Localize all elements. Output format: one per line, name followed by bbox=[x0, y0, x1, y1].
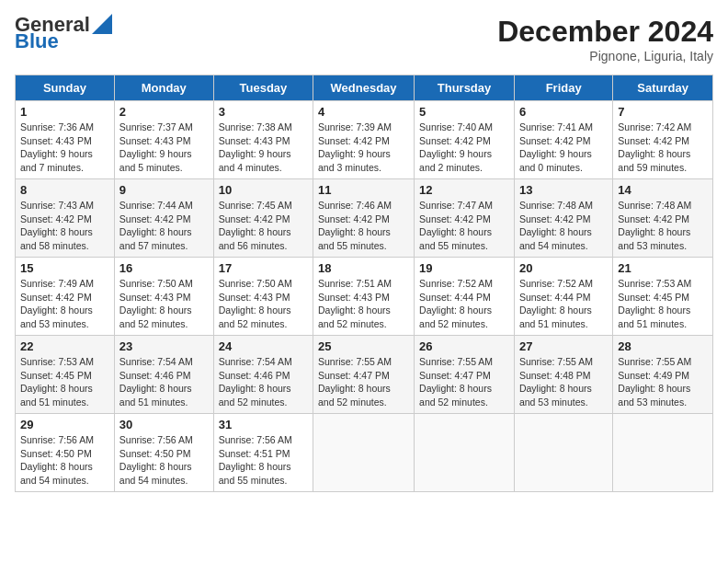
page-header: General Blue December 2024 Pignone, Ligu… bbox=[15, 15, 713, 63]
header-friday: Friday bbox=[514, 75, 612, 101]
calendar-cell: 10 Sunrise: 7:45 AM Sunset: 4:42 PM Dayl… bbox=[213, 179, 313, 258]
calendar-cell: 15 Sunrise: 7:49 AM Sunset: 4:42 PM Dayl… bbox=[16, 258, 115, 336]
day-number: 1 bbox=[20, 105, 109, 119]
calendar-cell: 7 Sunrise: 7:42 AM Sunset: 4:42 PM Dayli… bbox=[613, 101, 713, 179]
calendar-table: SundayMondayTuesdayWednesdayThursdayFrid… bbox=[15, 75, 713, 492]
header-thursday: Thursday bbox=[415, 75, 515, 101]
day-info: Sunrise: 7:36 AM Sunset: 4:43 PM Dayligh… bbox=[20, 121, 109, 175]
calendar-cell bbox=[415, 414, 515, 492]
day-number: 15 bbox=[20, 261, 109, 275]
day-number: 25 bbox=[318, 339, 409, 353]
location: Pignone, Liguria, Italy bbox=[497, 49, 713, 63]
day-info: Sunrise: 7:48 AM Sunset: 4:42 PM Dayligh… bbox=[519, 199, 608, 253]
day-info: Sunrise: 7:42 AM Sunset: 4:42 PM Dayligh… bbox=[618, 121, 708, 175]
day-number: 9 bbox=[119, 183, 209, 197]
day-info: Sunrise: 7:37 AM Sunset: 4:43 PM Dayligh… bbox=[119, 121, 209, 175]
calendar-cell: 12 Sunrise: 7:47 AM Sunset: 4:42 PM Dayl… bbox=[415, 179, 515, 258]
day-number: 30 bbox=[119, 418, 209, 431]
day-number: 13 bbox=[519, 183, 608, 197]
day-info: Sunrise: 7:48 AM Sunset: 4:42 PM Dayligh… bbox=[618, 199, 708, 253]
day-info: Sunrise: 7:52 AM Sunset: 4:44 PM Dayligh… bbox=[519, 277, 608, 331]
day-number: 10 bbox=[219, 183, 308, 197]
day-number: 7 bbox=[618, 105, 708, 119]
day-number: 14 bbox=[618, 183, 708, 197]
day-number: 2 bbox=[119, 105, 209, 119]
day-number: 24 bbox=[219, 339, 308, 353]
day-number: 22 bbox=[20, 339, 109, 353]
day-info: Sunrise: 7:56 AM Sunset: 4:50 PM Dayligh… bbox=[20, 433, 109, 488]
calendar-cell bbox=[613, 414, 713, 492]
calendar-body: 1 Sunrise: 7:36 AM Sunset: 4:43 PM Dayli… bbox=[16, 101, 713, 492]
day-number: 16 bbox=[119, 261, 209, 275]
calendar-cell: 17 Sunrise: 7:50 AM Sunset: 4:43 PM Dayl… bbox=[213, 258, 313, 336]
header-saturday: Saturday bbox=[613, 75, 713, 101]
day-number: 29 bbox=[20, 418, 109, 431]
calendar-week-2: 8 Sunrise: 7:43 AM Sunset: 4:42 PM Dayli… bbox=[16, 179, 713, 258]
logo: General Blue bbox=[15, 15, 112, 52]
day-number: 17 bbox=[219, 261, 308, 275]
day-number: 12 bbox=[419, 183, 509, 197]
day-info: Sunrise: 7:47 AM Sunset: 4:42 PM Dayligh… bbox=[419, 199, 509, 253]
day-number: 26 bbox=[419, 339, 509, 353]
calendar-cell: 22 Sunrise: 7:53 AM Sunset: 4:45 PM Dayl… bbox=[16, 336, 115, 414]
calendar-cell: 26 Sunrise: 7:55 AM Sunset: 4:47 PM Dayl… bbox=[415, 336, 515, 414]
calendar-cell: 28 Sunrise: 7:55 AM Sunset: 4:49 PM Dayl… bbox=[613, 336, 713, 414]
day-info: Sunrise: 7:55 AM Sunset: 4:47 PM Dayligh… bbox=[419, 355, 509, 409]
day-info: Sunrise: 7:50 AM Sunset: 4:43 PM Dayligh… bbox=[119, 277, 209, 331]
logo-blue-text: Blue bbox=[15, 31, 59, 52]
day-info: Sunrise: 7:41 AM Sunset: 4:42 PM Dayligh… bbox=[519, 121, 608, 175]
calendar-cell: 1 Sunrise: 7:36 AM Sunset: 4:43 PM Dayli… bbox=[16, 101, 115, 179]
calendar-cell: 21 Sunrise: 7:53 AM Sunset: 4:45 PM Dayl… bbox=[613, 258, 713, 336]
calendar-cell: 19 Sunrise: 7:52 AM Sunset: 4:44 PM Dayl… bbox=[415, 258, 515, 336]
day-info: Sunrise: 7:40 AM Sunset: 4:42 PM Dayligh… bbox=[419, 121, 509, 175]
logo-icon bbox=[92, 14, 112, 34]
title-area: December 2024 Pignone, Liguria, Italy bbox=[497, 15, 713, 63]
day-number: 5 bbox=[419, 105, 509, 119]
svg-marker-0 bbox=[92, 14, 112, 34]
calendar-cell: 14 Sunrise: 7:48 AM Sunset: 4:42 PM Dayl… bbox=[613, 179, 713, 258]
day-info: Sunrise: 7:45 AM Sunset: 4:42 PM Dayligh… bbox=[219, 199, 308, 253]
header-wednesday: Wednesday bbox=[313, 75, 415, 101]
calendar-cell: 30 Sunrise: 7:56 AM Sunset: 4:50 PM Dayl… bbox=[114, 414, 213, 492]
calendar-cell bbox=[514, 414, 612, 492]
day-number: 18 bbox=[318, 261, 409, 275]
calendar-cell: 4 Sunrise: 7:39 AM Sunset: 4:42 PM Dayli… bbox=[313, 101, 415, 179]
header-tuesday: Tuesday bbox=[213, 75, 313, 101]
day-info: Sunrise: 7:39 AM Sunset: 4:42 PM Dayligh… bbox=[318, 121, 409, 175]
day-info: Sunrise: 7:51 AM Sunset: 4:43 PM Dayligh… bbox=[318, 277, 409, 331]
header-sunday: Sunday bbox=[16, 75, 115, 101]
day-number: 23 bbox=[119, 339, 209, 353]
day-info: Sunrise: 7:44 AM Sunset: 4:42 PM Dayligh… bbox=[119, 199, 209, 253]
day-info: Sunrise: 7:55 AM Sunset: 4:48 PM Dayligh… bbox=[519, 355, 608, 409]
calendar-week-4: 22 Sunrise: 7:53 AM Sunset: 4:45 PM Dayl… bbox=[16, 336, 713, 414]
day-number: 8 bbox=[20, 183, 109, 197]
day-info: Sunrise: 7:43 AM Sunset: 4:42 PM Dayligh… bbox=[20, 199, 109, 253]
calendar-cell: 11 Sunrise: 7:46 AM Sunset: 4:42 PM Dayl… bbox=[313, 179, 415, 258]
day-info: Sunrise: 7:50 AM Sunset: 4:43 PM Dayligh… bbox=[219, 277, 308, 331]
calendar-cell: 3 Sunrise: 7:38 AM Sunset: 4:43 PM Dayli… bbox=[213, 101, 313, 179]
calendar-cell: 16 Sunrise: 7:50 AM Sunset: 4:43 PM Dayl… bbox=[114, 258, 213, 336]
calendar-week-1: 1 Sunrise: 7:36 AM Sunset: 4:43 PM Dayli… bbox=[16, 101, 713, 179]
calendar-cell: 18 Sunrise: 7:51 AM Sunset: 4:43 PM Dayl… bbox=[313, 258, 415, 336]
calendar-week-5: 29 Sunrise: 7:56 AM Sunset: 4:50 PM Dayl… bbox=[16, 414, 713, 492]
calendar-cell: 29 Sunrise: 7:56 AM Sunset: 4:50 PM Dayl… bbox=[16, 414, 115, 492]
day-number: 21 bbox=[618, 261, 708, 275]
day-info: Sunrise: 7:52 AM Sunset: 4:44 PM Dayligh… bbox=[419, 277, 509, 331]
calendar-cell: 5 Sunrise: 7:40 AM Sunset: 4:42 PM Dayli… bbox=[415, 101, 515, 179]
day-info: Sunrise: 7:54 AM Sunset: 4:46 PM Dayligh… bbox=[219, 355, 308, 409]
day-info: Sunrise: 7:53 AM Sunset: 4:45 PM Dayligh… bbox=[20, 355, 109, 409]
calendar-cell: 27 Sunrise: 7:55 AM Sunset: 4:48 PM Dayl… bbox=[514, 336, 612, 414]
day-info: Sunrise: 7:56 AM Sunset: 4:51 PM Dayligh… bbox=[219, 433, 308, 488]
calendar-cell: 8 Sunrise: 7:43 AM Sunset: 4:42 PM Dayli… bbox=[16, 179, 115, 258]
day-number: 11 bbox=[318, 183, 409, 197]
day-info: Sunrise: 7:55 AM Sunset: 4:49 PM Dayligh… bbox=[618, 355, 708, 409]
day-number: 3 bbox=[219, 105, 308, 119]
calendar-cell: 23 Sunrise: 7:54 AM Sunset: 4:46 PM Dayl… bbox=[114, 336, 213, 414]
day-number: 31 bbox=[219, 418, 308, 431]
day-number: 19 bbox=[419, 261, 509, 275]
month-title: December 2024 bbox=[497, 15, 713, 49]
day-info: Sunrise: 7:46 AM Sunset: 4:42 PM Dayligh… bbox=[318, 199, 409, 253]
calendar-cell bbox=[313, 414, 415, 492]
day-number: 6 bbox=[519, 105, 608, 119]
day-info: Sunrise: 7:56 AM Sunset: 4:50 PM Dayligh… bbox=[119, 433, 209, 488]
